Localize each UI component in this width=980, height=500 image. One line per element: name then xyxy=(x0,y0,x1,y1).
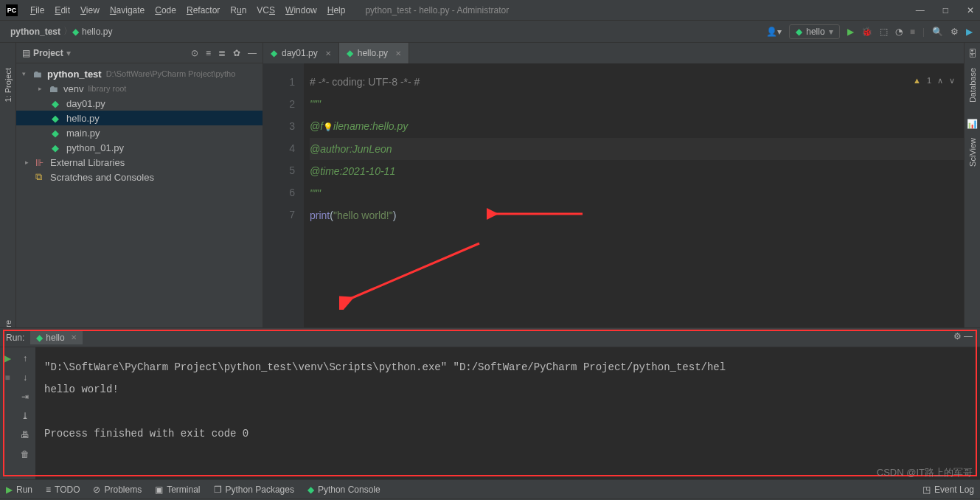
left-tool-stripe: 1: Project xyxy=(0,43,16,327)
python-file-icon: ◆ xyxy=(271,48,277,58)
menu-help[interactable]: Help xyxy=(322,5,351,15)
run-panel-label: Run: xyxy=(6,333,24,343)
menu-code[interactable]: Code xyxy=(150,5,181,15)
tree-file-hello[interactable]: ◆hello.py xyxy=(16,111,263,125)
project-panel-title: Project xyxy=(33,48,63,58)
search-icon[interactable]: 🔍 xyxy=(932,27,943,37)
menu-file[interactable]: File xyxy=(25,5,49,15)
app-icon: PC xyxy=(6,4,18,16)
editor-area: ◆ day01.py ✕ ◆ hello.py ✕ 12 34 56 7 ▲ 1 xyxy=(263,43,964,327)
gutter: 12 34 56 7 xyxy=(263,63,304,327)
expand-all-icon[interactable]: ≡ xyxy=(206,48,211,58)
python-console-tool-button[interactable]: ◆Python Console xyxy=(307,485,380,495)
run-tool-button[interactable]: ▶Run xyxy=(6,485,32,495)
right-tool-stripe: 🗄 Database 📊 SciView xyxy=(964,43,980,327)
warning-icon[interactable]: ▲ xyxy=(913,69,921,91)
menu-edit[interactable]: Edit xyxy=(49,5,75,15)
tree-venv[interactable]: ▸🖿 venv library root xyxy=(16,81,263,96)
user-icon[interactable]: 👤▾ xyxy=(766,27,782,37)
database-tool-button[interactable]: Database xyxy=(968,65,977,105)
database-tool-icon[interactable]: 🗄 xyxy=(968,49,977,59)
breadcrumb-file[interactable]: hello.py xyxy=(79,27,115,37)
code-line[interactable]: @author:JunLeon xyxy=(310,138,964,160)
hide-icon[interactable]: — xyxy=(248,48,257,58)
menu-run[interactable]: Run xyxy=(225,5,251,15)
clear-icon[interactable]: 🗑 xyxy=(21,449,29,459)
close-icon[interactable]: ✕ xyxy=(967,5,974,15)
tree-file-main[interactable]: ◆main.py xyxy=(16,125,263,140)
tree-external-libs[interactable]: ▸⊪ External Libraries xyxy=(16,155,263,170)
code-editor[interactable]: 12 34 56 7 ▲ 1 ∧ ∨ # -*- coding: UTF-8 -… xyxy=(263,63,964,327)
settings-icon[interactable]: ✿ xyxy=(233,48,240,58)
project-panel: ▤ Project ▾ ⊙ ≡ ≣ ✿ — ▾🖿 python_test D:\… xyxy=(16,43,263,327)
menu-vcs[interactable]: VCS xyxy=(251,5,280,15)
editor-tabs: ◆ day01.py ✕ ◆ hello.py ✕ xyxy=(263,43,964,63)
project-tree: ▾🖿 python_test D:\SoftWare\PyCharm Proje… xyxy=(16,63,263,187)
menu-navigate[interactable]: Navigate xyxy=(105,5,150,15)
rerun-button[interactable]: ▶ xyxy=(4,353,11,364)
menu-window[interactable]: Window xyxy=(280,5,322,15)
print-icon[interactable]: 🖶 xyxy=(21,430,29,440)
select-opened-file-icon[interactable]: ⊙ xyxy=(191,48,198,58)
watermark: CSDN @IT路上的军哥 xyxy=(877,466,973,479)
profile-button[interactable]: ◔ xyxy=(895,27,903,37)
stop-button[interactable]: ■ xyxy=(910,27,915,37)
run-panel: Run: ◆ hello ✕ ⚙ — ▶ ■ ↑ ↓ ⇥ ⤓ 🖶 🗑 "D:\S… xyxy=(0,327,980,479)
tree-root[interactable]: ▾🖿 python_test D:\SoftWare\PyCharm Proje… xyxy=(16,66,263,81)
scroll-end-icon[interactable]: ⤓ xyxy=(21,411,29,421)
python-file-icon: ◆ xyxy=(72,27,79,37)
debug-button[interactable]: 🐞 xyxy=(861,27,872,37)
tab-hello[interactable]: ◆ hello.py ✕ xyxy=(339,43,409,63)
stop-button[interactable]: ■ xyxy=(4,372,10,383)
python-file-icon: ◆ xyxy=(347,48,353,58)
menu-view[interactable]: View xyxy=(75,5,105,15)
window-title: python_test - hello.py - Administrator xyxy=(365,5,509,15)
code-line[interactable]: @time:2021-10-11 xyxy=(310,160,964,182)
collapse-all-icon[interactable]: ≣ xyxy=(218,48,226,58)
python-packages-tool-button[interactable]: ❒Python Packages xyxy=(214,485,294,495)
run-config-label: hello xyxy=(806,27,824,37)
run-toolbar-left: ▶ ■ xyxy=(0,347,15,479)
close-tab-icon[interactable]: ✕ xyxy=(395,49,401,58)
up-icon[interactable]: ↑ xyxy=(23,353,27,364)
chevron-down-icon[interactable]: ▾ xyxy=(66,48,71,58)
todo-tool-button[interactable]: ≡TODO xyxy=(46,485,80,495)
sciview-tool-icon[interactable]: 📊 xyxy=(967,119,978,129)
run-tab-hello[interactable]: ◆ hello ✕ xyxy=(30,331,82,344)
tree-scratches[interactable]: ⧉ Scratches and Consoles xyxy=(16,170,263,184)
run-toolbar-2: ↑ ↓ ⇥ ⤓ 🖶 🗑 xyxy=(15,347,35,479)
run-config-selector[interactable]: ◆ hello ▾ xyxy=(789,24,839,39)
prev-problem-icon[interactable]: ∧ xyxy=(937,69,943,91)
titlebar: PC File Edit View Navigate Code Refactor… xyxy=(0,0,980,21)
code-line[interactable]: # -*- coding: UTF-8 -*- # xyxy=(310,71,964,93)
down-icon[interactable]: ↓ xyxy=(23,372,27,383)
code-line[interactable]: """ xyxy=(310,93,964,115)
run-output[interactable]: "D:\SoftWare\PyCharm Project\python_test… xyxy=(35,347,980,479)
tree-file-day01[interactable]: ◆day01.py xyxy=(16,96,263,111)
settings-icon[interactable]: ⚙ — xyxy=(953,331,973,341)
maximize-icon[interactable]: □ xyxy=(943,5,948,15)
python-icon: ◆ xyxy=(796,27,802,37)
run-button[interactable]: ▶ xyxy=(847,27,854,37)
event-log-button[interactable]: ◳Event Log xyxy=(922,485,974,495)
tree-file-python01[interactable]: ◆python_01.py xyxy=(16,140,263,155)
tab-day01[interactable]: ◆ day01.py ✕ xyxy=(263,43,339,63)
terminal-tool-button[interactable]: ▣Terminal xyxy=(155,485,200,495)
settings-icon[interactable]: ⚙ xyxy=(951,27,959,37)
code-line[interactable]: @f💡ilename:hello.py xyxy=(310,115,964,138)
soft-wrap-icon[interactable]: ⇥ xyxy=(21,392,29,402)
menu-refactor[interactable]: Refactor xyxy=(181,5,225,15)
breadcrumb-project[interactable]: python_test xyxy=(7,27,63,37)
bottom-tool-bar: ▶Run ≡TODO ⊘Problems ▣Terminal ❒Python P… xyxy=(0,479,980,499)
project-tool-button[interactable]: 1: Project xyxy=(4,65,13,105)
close-tab-icon[interactable]: ✕ xyxy=(325,49,331,58)
code-line[interactable]: print("hello world!") xyxy=(310,204,964,226)
next-problem-icon[interactable]: ∨ xyxy=(949,69,955,91)
run-coverage-button[interactable]: ⬚ xyxy=(880,27,888,37)
sciview-tool-button[interactable]: SciView xyxy=(968,135,977,170)
code-line[interactable]: """ xyxy=(310,182,964,204)
code-with-me-icon[interactable]: ▶ xyxy=(966,27,973,37)
problems-tool-button[interactable]: ⊘Problems xyxy=(93,485,142,495)
close-tab-icon[interactable]: ✕ xyxy=(71,333,77,341)
minimize-icon[interactable]: ― xyxy=(916,5,925,15)
